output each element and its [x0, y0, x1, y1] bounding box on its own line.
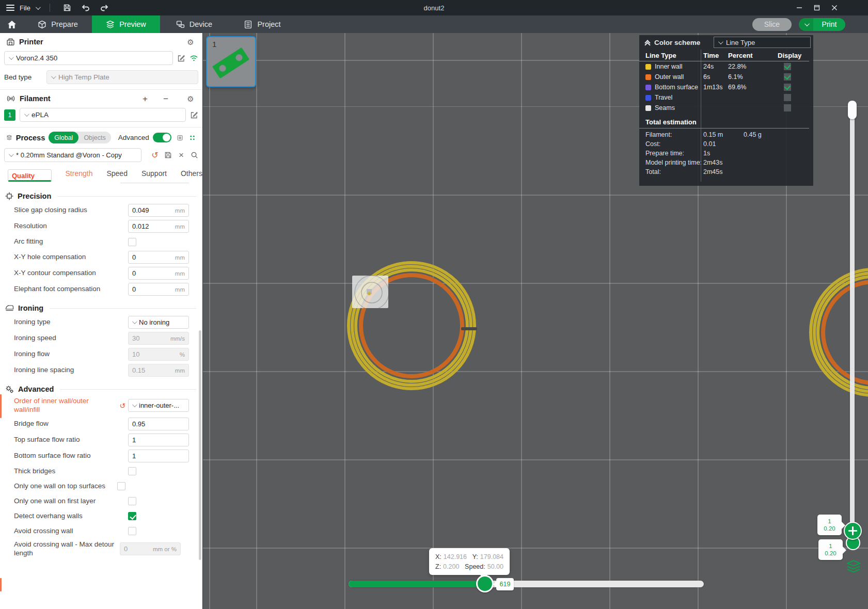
arc-fitting-checkbox[interactable] [128, 238, 136, 246]
undo-icon[interactable] [79, 2, 92, 13]
printer-select[interactable]: Voron2.4 350 [4, 51, 173, 65]
collapse-panel-icon[interactable] [645, 41, 650, 44]
wall-order-select[interactable]: inner-outer-... [128, 399, 189, 412]
xy-hole-input[interactable]: 0 mm [128, 251, 189, 264]
setting-value: inner-outer-... [139, 402, 179, 409]
plate-thumbnail[interactable]: 1 [206, 36, 256, 87]
scope-objects-button[interactable]: Objects [78, 134, 111, 141]
home-button[interactable] [0, 15, 24, 33]
filament-slot-number[interactable]: 1 [4, 109, 15, 121]
reset-preset-icon[interactable]: ↺ [150, 151, 160, 160]
layer-slider-top-handle[interactable] [848, 101, 857, 119]
filament-section-title: Filament [20, 94, 51, 103]
setting-row: Bridge flow 0.95 [0, 416, 202, 432]
hamburger-menu-icon[interactable] [6, 5, 14, 11]
main-nav-bar: Prepare Preview Device Project Slice Pri… [0, 15, 868, 33]
setting-row: Bottom surface flow ratio 1 [0, 448, 202, 464]
display-checkbox[interactable] [784, 104, 791, 111]
search-icon[interactable] [191, 151, 198, 159]
tab-prepare[interactable]: Prepare [24, 15, 92, 33]
remove-filament-button[interactable]: − [161, 94, 170, 103]
bed-type-select[interactable]: High Temp Plate [46, 70, 198, 84]
tab-speed[interactable]: Speed [106, 169, 127, 182]
layer-number: 1 [829, 542, 832, 550]
display-checkbox[interactable] [784, 84, 791, 91]
chevron-down-icon [132, 319, 137, 324]
y-value: 179.084 [480, 552, 503, 562]
line-type-time: 6s [703, 73, 728, 81]
printer-settings-gear-icon[interactable]: ⚙ [186, 37, 195, 46]
ironing-speed-input[interactable]: 30 mm/s [128, 332, 189, 345]
filament-settings-gear-icon[interactable]: ⚙ [186, 94, 195, 103]
wifi-icon[interactable] [190, 54, 198, 62]
setting-label: Avoid crossing wall [14, 527, 128, 536]
tab-others[interactable]: Others [181, 169, 202, 182]
save-preset-icon[interactable] [164, 151, 172, 159]
avoid-crossing-wall-checkbox[interactable] [128, 527, 136, 535]
device-icon [176, 20, 185, 29]
delete-preset-icon[interactable]: × [177, 151, 186, 160]
total-estimation-title: Total estimation [639, 115, 809, 129]
tab-project[interactable]: Project [228, 15, 296, 33]
redo-icon[interactable] [98, 2, 111, 13]
edit-printer-icon[interactable] [177, 54, 185, 62]
elephant-foot-input[interactable]: 0 mm [128, 283, 189, 296]
ironing-flow-input[interactable]: 10 % [128, 348, 189, 361]
filament-select[interactable]: ePLA [20, 108, 186, 122]
resolution-input[interactable]: 0.012 mm [128, 220, 189, 233]
sidebar-scrollbar[interactable] [199, 330, 201, 560]
color-scheme-select[interactable]: Line Type [714, 37, 811, 48]
display-checkbox[interactable] [784, 63, 791, 70]
print-dropdown-button[interactable] [799, 18, 813, 31]
maximize-button[interactable] [808, 1, 826, 15]
xy-contour-input[interactable]: 0 mm [128, 267, 189, 280]
display-checkbox[interactable] [784, 94, 791, 101]
print-button[interactable]: Print [813, 18, 845, 31]
file-menu-chevron-icon[interactable] [36, 5, 41, 10]
reset-setting-icon[interactable]: ↺ [118, 401, 127, 410]
top-surface-flow-input[interactable]: 1 [128, 434, 189, 446]
process-icon [6, 134, 12, 141]
detect-overhang-walls-checkbox[interactable] [128, 512, 136, 520]
setting-row: Elephant foot compensation 0 mm [0, 281, 202, 297]
advanced-toggle-label: Advanced [118, 134, 149, 141]
save-icon[interactable] [60, 2, 74, 13]
line-type-time: 1m13s [703, 84, 728, 91]
process-preset-select[interactable]: * 0.20mm Standard @Voron - Copy [4, 148, 141, 162]
move-slider-track[interactable]: 619 [349, 581, 704, 587]
add-layer-marker-button[interactable] [844, 522, 862, 540]
tab-preview[interactable]: Preview [92, 15, 160, 33]
avoid-detour-input[interactable]: 0 mm or % [120, 542, 181, 555]
tab-device[interactable]: Device [160, 15, 228, 33]
precision-section-icon [5, 192, 13, 200]
file-menu[interactable]: File [20, 4, 30, 12]
compare-params-icon[interactable] [190, 134, 195, 142]
setting-row: Ironing speed 30 mm/s [0, 330, 202, 346]
one-wall-first-layer-checkbox[interactable] [128, 497, 136, 505]
layer-slider-track[interactable] [850, 103, 855, 542]
slice-gap-input[interactable]: 0.049 mm [128, 204, 189, 217]
edit-filament-icon[interactable] [190, 111, 198, 119]
move-slider-handle[interactable] [476, 575, 494, 592]
ironing-type-select[interactable]: No ironing [128, 316, 189, 329]
display-checkbox[interactable] [784, 73, 791, 81]
minimize-button[interactable] [791, 1, 808, 15]
close-button[interactable] [826, 1, 843, 15]
tab-strength[interactable]: Strength [66, 169, 93, 182]
thick-bridges-checkbox[interactable] [128, 467, 136, 475]
tab-quality[interactable]: Quality [8, 169, 52, 182]
advanced-toggle[interactable] [153, 133, 171, 142]
preview-3d-viewport[interactable]: 1 Color scheme Line Type Line Type Time … [203, 33, 868, 609]
view-list-icon[interactable] [177, 134, 183, 142]
add-filament-button[interactable]: + [140, 94, 150, 103]
total-label: Filament: [645, 131, 703, 138]
bridge-flow-input[interactable]: 0.95 [128, 418, 189, 430]
setting-row: Resolution 0.012 mm [0, 218, 202, 234]
tab-support[interactable]: Support [141, 169, 167, 182]
slice-button[interactable]: Slice [752, 18, 792, 31]
one-wall-top-checkbox[interactable] [117, 482, 125, 490]
bottom-surface-flow-input[interactable]: 1 [128, 450, 189, 462]
ironing-line-spacing-input[interactable]: 0.15 mm [128, 364, 189, 377]
scope-global-button[interactable]: Global [49, 132, 78, 143]
one-layer-mode-icon[interactable] [846, 559, 861, 573]
